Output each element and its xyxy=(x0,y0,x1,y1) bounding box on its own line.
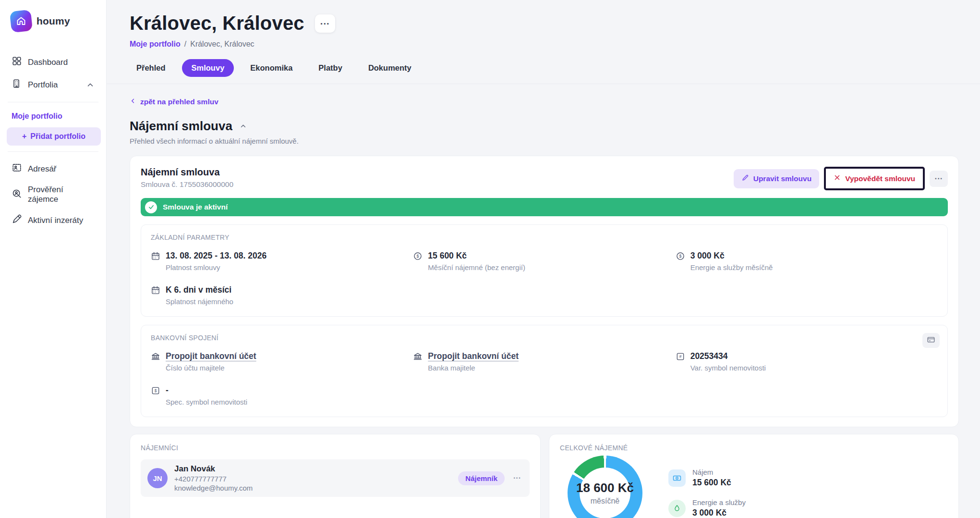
logo[interactable]: houmy xyxy=(7,11,99,32)
bank-item-label: Banka majitele xyxy=(428,364,519,372)
page-more-button[interactable]: ··· xyxy=(315,14,335,33)
add-portfolio-button[interactable]: + Přidat portfolio xyxy=(7,127,101,146)
tab-prehled[interactable]: Přehled xyxy=(127,59,175,77)
droplet-icon xyxy=(668,500,686,517)
donut-center-value: 18 600 Kč xyxy=(576,481,634,495)
chevron-up-icon[interactable] xyxy=(86,81,95,89)
legend-label: Nájem xyxy=(692,468,731,476)
sidebar-item-provereni-zajemce[interactable]: Prověření zájemce xyxy=(7,180,99,209)
coin-icon: $ xyxy=(676,251,685,271)
check-circle-icon xyxy=(145,201,157,213)
element-highlight-box: Vypovědět smlouvu xyxy=(824,167,925,190)
bank-item-label: Spec. symbol nemovitosti xyxy=(166,398,247,406)
dollar-square-icon: $ xyxy=(151,386,160,406)
bank-connection-box: BANKOVNÍ SPOJENÍ Propojit bankovní xyxy=(141,325,948,417)
tenants-label: NÁJEMNÍCI xyxy=(141,444,530,452)
banknote-icon xyxy=(668,469,686,487)
connect-bank-link[interactable]: Propojit bankovní účet xyxy=(428,351,519,361)
sidebar-item-dashboard[interactable]: Dashboard xyxy=(7,51,99,74)
contract-title: Nájemní smlouva xyxy=(141,167,233,178)
param-splatnost: K 6. dni v měsíci Splatnost nájemného xyxy=(151,285,413,306)
chevron-left-icon xyxy=(130,98,136,106)
terminate-contract-label: Vypovědět smlouvu xyxy=(845,174,915,183)
legend-value: 15 600 Kč xyxy=(692,478,731,488)
calendar-icon xyxy=(151,251,160,271)
avatar: JN xyxy=(147,468,168,488)
page-header: Královec, Královec ··· Moje portfolio / … xyxy=(107,0,980,84)
special-symbol-value: - xyxy=(166,385,247,395)
tab-platby[interactable]: Platby xyxy=(309,59,352,77)
coin-icon: $ xyxy=(413,251,423,271)
variable-symbol-value: 20253434 xyxy=(690,351,766,361)
pencil-icon xyxy=(741,174,749,184)
param-energie-sluzby: $ 3 000 Kč Energie a služby měsíčně xyxy=(676,251,938,271)
collapse-chevron-up-icon[interactable] xyxy=(239,122,247,130)
hash-square-icon: # xyxy=(676,352,685,372)
param-value: 13. 08. 2025 - 13. 08. 2026 xyxy=(166,251,266,261)
tenants-card: NÁJEMNÍCI JN Jan Novák +420777777777 kno… xyxy=(130,434,541,518)
param-value: 3 000 Kč xyxy=(690,251,773,261)
breadcrumb-separator: / xyxy=(184,40,186,49)
tenant-name: Jan Novák xyxy=(174,464,253,474)
bank-item-label: Číslo účtu majitele xyxy=(166,364,256,372)
legend-item-najem: Nájem 15 600 Kč xyxy=(668,468,746,488)
sidebar-divider xyxy=(8,102,98,102)
section-subtitle: Přehled všech informací o aktuální nájem… xyxy=(130,137,959,145)
houmy-logo-icon xyxy=(10,10,33,33)
back-link-label: zpět na přehled smluv xyxy=(140,98,218,106)
dashboard-grid-icon xyxy=(12,56,22,69)
bank-account-item: Propojit bankovní účet Číslo účtu majite… xyxy=(151,351,413,372)
sidebar-item-portfolia[interactable]: Portfolia xyxy=(7,74,99,96)
sidebar-item-aktivni-inzeraty[interactable]: Aktivní inzeráty xyxy=(7,209,99,232)
page-content: zpět na přehled smluv Nájemní smlouva Př… xyxy=(107,84,980,518)
legend-value: 3 000 Kč xyxy=(692,508,746,518)
plus-icon: + xyxy=(22,132,26,141)
svg-text:$: $ xyxy=(679,254,681,259)
svg-text:#: # xyxy=(679,354,681,359)
tab-dokumenty[interactable]: Dokumenty xyxy=(359,59,421,77)
logo-text: houmy xyxy=(36,15,70,27)
credit-card-button[interactable] xyxy=(922,333,940,348)
total-rent-chart: 18 600 Kč měsíčně xyxy=(568,456,642,518)
param-label: Energie a služby měsíčně xyxy=(690,263,773,271)
sidebar: houmy Dashboard Portfolia Moje portfolio… xyxy=(0,0,107,518)
breadcrumb-parent-link[interactable]: Moje portfolio xyxy=(130,40,181,49)
sidebar-item-label: Prověření zájemce xyxy=(28,185,95,204)
chart-legend: Nájem 15 600 Kč Energie a služby xyxy=(668,468,746,518)
contract-more-button[interactable]: ··· xyxy=(930,171,948,187)
person-search-icon xyxy=(12,188,22,201)
param-value: 15 600 Kč xyxy=(428,251,525,261)
connect-bank-account-link[interactable]: Propojit bankovní účet xyxy=(166,351,256,361)
sidebar-item-label: Adresář xyxy=(28,164,57,174)
contract-status-text: Smlouva je aktivní xyxy=(163,203,228,211)
tenant-more-button[interactable]: ··· xyxy=(513,474,521,482)
total-rent-label: CELKOVÉ NÁJEMNÉ xyxy=(560,444,948,452)
building-icon xyxy=(12,78,22,91)
legend-label: Energie a služby xyxy=(692,498,746,506)
tab-ekonomika[interactable]: Ekonomika xyxy=(241,59,302,77)
bank-connection-label: BANKOVNÍ SPOJENÍ xyxy=(151,334,938,342)
basic-parameters-box: ZÁKLADNÍ PARAMETRY 13. 08. 2025 - 13. 08… xyxy=(141,224,948,317)
param-mesicni-najemne: $ 15 600 Kč Měsíční nájemné (bez energií… xyxy=(413,251,675,271)
param-label: Měsíční nájemné (bez energií) xyxy=(428,263,525,271)
legend-item-energie: Energie a služby 3 000 Kč xyxy=(668,498,746,518)
x-icon xyxy=(834,174,841,183)
tenant-role-badge: Nájemník xyxy=(458,471,505,485)
bank-icon xyxy=(151,352,160,372)
sidebar-item-adresar[interactable]: Adresář xyxy=(7,158,99,180)
calendar-icon xyxy=(151,285,160,306)
contract-status-banner: Smlouva je aktivní xyxy=(141,198,948,216)
contract-number: Smlouva č. 1755036000000 xyxy=(141,180,233,189)
donut-center-unit: měsíčně xyxy=(591,497,619,506)
special-symbol-item: $ - Spec. symbol nemovitosti xyxy=(151,385,413,406)
sidebar-item-label: Portfolia xyxy=(28,80,58,90)
section-title: Nájemní smlouva xyxy=(130,119,232,134)
edit-contract-button[interactable]: Upravit smlouvu xyxy=(734,169,819,188)
back-to-contracts-link[interactable]: zpět na přehled smluv xyxy=(130,98,218,106)
tab-smlouvy[interactable]: Smlouvy xyxy=(182,59,234,77)
param-platnost-smlouvy: 13. 08. 2025 - 13. 08. 2026 Platnost sml… xyxy=(151,251,413,271)
breadcrumb: Moje portfolio / Královec, Královec xyxy=(130,40,959,49)
sidebar-item-moje-portfolio[interactable]: Moje portfolio xyxy=(7,108,99,126)
page-title: Královec, Královec xyxy=(130,12,304,34)
terminate-contract-button[interactable]: Vypovědět smlouvu xyxy=(827,170,921,187)
